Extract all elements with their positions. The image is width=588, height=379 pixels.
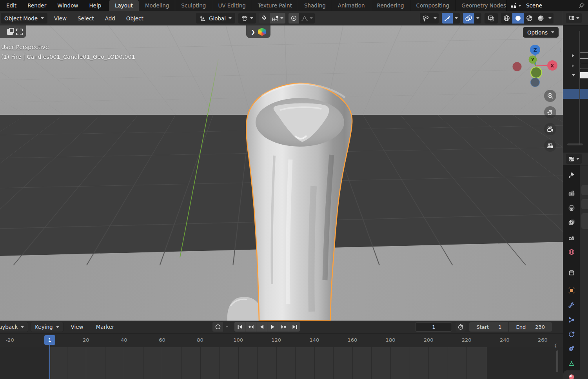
workspace-tab-texture-paint[interactable]: Texture Paint: [252, 0, 298, 11]
properties-editor-type-selector[interactable]: [566, 154, 582, 164]
timeline-ruler[interactable]: -20204060801001201401601802002202402601: [0, 334, 563, 347]
menu-render[interactable]: Render: [22, 0, 52, 11]
outliner-row[interactable]: [563, 62, 588, 70]
workspace-tab-shading[interactable]: Shading: [298, 0, 332, 11]
keying-menu[interactable]: Keying: [31, 322, 63, 332]
chevron-down-icon[interactable]: [546, 13, 554, 24]
tab-world-properties[interactable]: [563, 245, 580, 259]
jump-to-prev-keyframe-button[interactable]: [245, 322, 256, 332]
play-button[interactable]: [267, 322, 278, 332]
options-button[interactable]: Options: [523, 27, 559, 38]
shading-rendered-button[interactable]: [535, 13, 546, 24]
show-overlays-toggle[interactable]: [463, 13, 474, 24]
jump-to-next-keyframe-button[interactable]: [278, 322, 289, 332]
playhead-badge[interactable]: 1: [44, 335, 55, 345]
tab-scene-properties[interactable]: [563, 231, 580, 244]
jump-to-start-button[interactable]: [234, 322, 245, 332]
shading-wireframe-button[interactable]: [501, 13, 512, 24]
viewport-menu-select[interactable]: Select: [72, 15, 100, 22]
workspace-tab-geometry-nodes[interactable]: Geometry Nodes: [456, 0, 507, 11]
outliner-row[interactable]: [563, 51, 588, 60]
timeline-scrollbar[interactable]: [556, 350, 558, 372]
outliner-editor-type-selector[interactable]: [566, 13, 582, 23]
show-gizmo-toggle[interactable]: [442, 13, 453, 24]
tab-collection-properties[interactable]: [563, 266, 580, 279]
tab-object-data-properties[interactable]: [563, 357, 580, 370]
pin-icon[interactable]: [579, 2, 588, 9]
menu-help[interactable]: Help: [83, 0, 107, 11]
outliner-horizontal-scrollbar[interactable]: [567, 143, 583, 145]
camera-view-button[interactable]: [544, 123, 556, 135]
select-box-tool-icon[interactable]: [16, 29, 23, 35]
toggle-xray-button[interactable]: [485, 13, 498, 24]
jump-to-end-button[interactable]: [289, 322, 300, 332]
tab-tool-properties[interactable]: [563, 168, 580, 181]
gizmo-minus-y-ball: [531, 67, 542, 78]
chevron-down-icon[interactable]: [432, 13, 439, 24]
workspace-tab-modeling[interactable]: Modeling: [139, 0, 175, 11]
mode-selector[interactable]: Object Mode: [1, 13, 47, 24]
use-preview-range-button[interactable]: [456, 322, 466, 332]
show-object-types-button[interactable]: [420, 13, 432, 24]
transform-orientation-selector[interactable]: Global: [196, 13, 235, 24]
workspace-tab-compositing[interactable]: Compositing: [410, 0, 456, 11]
end-frame-field[interactable]: End 230: [509, 324, 552, 330]
workspace-tab-animation[interactable]: Animation: [332, 0, 371, 11]
outliner-scrollbar[interactable]: [579, 31, 580, 145]
current-frame-field[interactable]: 1: [415, 322, 452, 332]
auto-keying-toggle[interactable]: [212, 322, 223, 332]
navigation-gizmo[interactable]: Y Z X: [506, 41, 563, 98]
chevron-down-icon[interactable]: [453, 13, 460, 24]
tweak-tool-icon[interactable]: [7, 29, 13, 35]
proportional-falloff-selector[interactable]: [299, 13, 315, 24]
chevron-down-icon: [280, 17, 283, 19]
workspace-tab-sculpting[interactable]: Sculpting: [175, 0, 212, 11]
shading-solid-button[interactable]: [512, 13, 524, 24]
scene-browse-button[interactable]: [507, 0, 524, 11]
timeline-marker-menu[interactable]: Marker: [91, 324, 120, 330]
tab-render-properties[interactable]: [563, 187, 580, 200]
outliner-row[interactable]: [563, 71, 588, 80]
play-reverse-button[interactable]: [256, 322, 267, 332]
auto-keying-options[interactable]: [223, 322, 230, 332]
workspace-tab-uv-editing[interactable]: UV Editing: [212, 0, 252, 11]
timeline-body[interactable]: [0, 347, 563, 379]
zoom-button[interactable]: [544, 90, 556, 102]
tab-constraint-properties[interactable]: [563, 342, 580, 355]
viewport-menu-object[interactable]: Object: [121, 15, 149, 22]
menu-edit[interactable]: Edit: [1, 0, 22, 11]
start-frame-field[interactable]: Start 1: [469, 324, 508, 330]
tab-particle-properties[interactable]: [563, 313, 580, 326]
collapse-arrow-icon[interactable]: [572, 74, 575, 76]
toggle-orthographic-button[interactable]: [544, 140, 556, 152]
timeline-collapse-icon[interactable]: ❬: [554, 343, 557, 348]
tab-physics-properties[interactable]: [563, 328, 580, 341]
scene-name[interactable]: Scene: [524, 2, 579, 9]
proportional-editing-toggle[interactable]: [289, 13, 299, 24]
snap-toggle[interactable]: [259, 13, 270, 24]
tab-view-layer-properties[interactable]: [563, 216, 580, 229]
tab-material-properties[interactable]: [563, 370, 580, 379]
playback-menu[interactable]: Playback: [0, 322, 28, 332]
snap-target-selector[interactable]: [270, 13, 285, 24]
outliner-selected-row[interactable]: [563, 89, 588, 99]
workspace-tab-rendering[interactable]: Rendering: [371, 0, 410, 11]
shading-material-preview-button[interactable]: [524, 13, 535, 24]
viewport-menu-add[interactable]: Add: [100, 15, 121, 22]
workspace-tab-layout[interactable]: Layout: [109, 0, 139, 11]
viewport-menu-view[interactable]: View: [49, 15, 72, 22]
chevron-down-icon[interactable]: [474, 13, 481, 24]
expand-arrow-icon[interactable]: [572, 54, 574, 57]
tab-output-properties[interactable]: [563, 201, 580, 215]
move-view-button[interactable]: [544, 106, 556, 118]
menu-window[interactable]: Window: [52, 0, 83, 11]
timeline-view-menu[interactable]: View: [66, 324, 89, 330]
viewport-3d[interactable]: ❯ User Perspective (1) Fire | Candles001…: [0, 25, 563, 321]
expand-arrow-icon[interactable]: [572, 64, 574, 67]
playhead-line[interactable]: [49, 345, 50, 379]
tab-modifier-properties[interactable]: [563, 299, 580, 312]
tab-object-properties[interactable]: [563, 284, 580, 297]
chevron-down-icon: [56, 326, 59, 328]
pivot-point-selector[interactable]: [238, 13, 256, 24]
collapsed-panel-tab[interactable]: ❯: [246, 25, 270, 38]
